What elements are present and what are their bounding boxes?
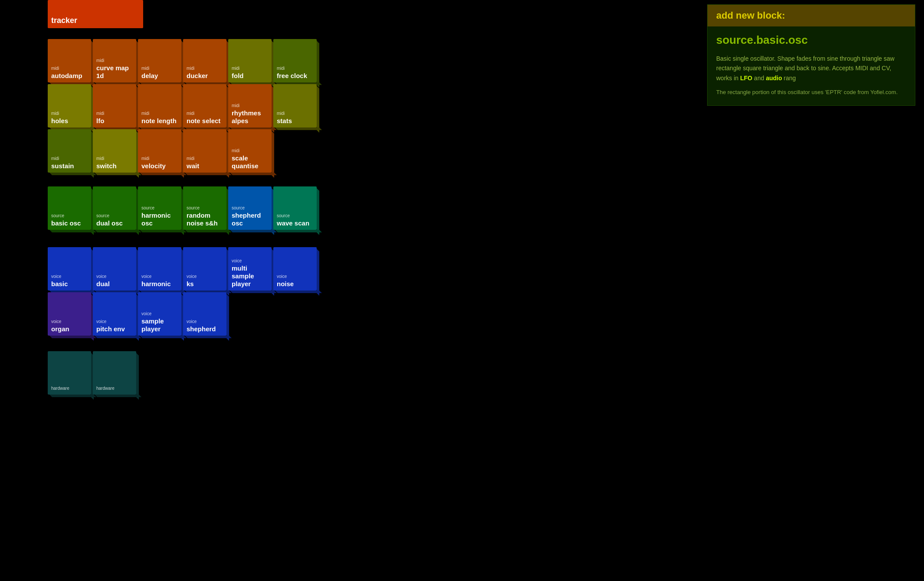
info-panel: add new block: source.basic.osc Basic si… [707,4,915,106]
block-hardware-2[interactable]: hardware [93,351,136,395]
info-panel-note: The rectangle portion of this oscillator… [716,88,906,97]
block-midi-fold[interactable]: midi fold [228,39,272,82]
block-midi-switch[interactable]: midi switch [93,129,136,173]
block-midi-autodamp[interactable]: midi autodamp [48,39,91,82]
block-midi-freeclock[interactable]: midi free clock [273,39,317,82]
midi-section: midi autodamp midi curve map 1d midi del… [48,39,360,173]
block-hardware-1[interactable]: hardware [48,351,91,395]
source-section: source basic osc source dual osc source … [48,186,317,230]
block-midi-lfo[interactable]: midi lfo [93,84,136,127]
info-panel-header: add new block: [708,5,915,26]
block-midi-holes[interactable]: midi holes [48,84,91,127]
block-source-wavescan[interactable]: source wave scan [273,186,317,230]
block-source-dualosc[interactable]: source dual osc [93,186,136,230]
block-source-shepherdosc[interactable]: source shepherd osc [228,186,272,230]
block-voice-basic[interactable]: voice basic [48,247,91,290]
block-midi-delay[interactable]: midi delay [138,39,181,82]
block-voice-harmonic[interactable]: voice harmonic [138,247,181,290]
info-panel-description: Basic single oscillator. Shape fades fro… [716,54,906,83]
block-midi-noteselect[interactable]: midi note select [183,84,226,127]
block-midi-stats[interactable]: midi stats [273,84,317,127]
block-midi-ducker[interactable]: midi ducker [183,39,226,82]
block-voice-ks[interactable]: voice ks [183,247,226,290]
block-midi-sustain[interactable]: midi sustain [48,129,91,173]
tracker-block[interactable]: tracker [48,0,143,28]
block-source-basicosc[interactable]: source basic osc [48,186,91,230]
block-voice-pitchenv[interactable]: voice pitch env [93,292,136,336]
block-midi-curvemap1d[interactable]: midi curve map 1d [93,39,136,82]
tracker-block-name: tracker [51,16,77,26]
block-voice-organ[interactable]: voice organ [48,292,91,336]
block-source-harmonicosc[interactable]: source harmonic osc [138,186,181,230]
block-voice-noise[interactable]: voice noise [273,247,317,290]
highlight-lfo: LFO [740,75,752,82]
info-panel-title: add new block: [716,10,906,21]
block-midi-rhythmesalpes[interactable]: midi rhythmes alpes [228,84,272,127]
hardware-section: hardware hardware [48,351,187,395]
block-midi-wait[interactable]: midi wait [183,129,226,173]
block-midi-notelength[interactable]: midi note length [138,84,181,127]
block-voice-sampleplayer[interactable]: voice sample player [138,292,181,336]
highlight-audio: audio [766,75,782,82]
block-midi-velocity[interactable]: midi velocity [138,129,181,173]
block-source-randomnoise[interactable]: source random noise s&h [183,186,226,230]
block-voice-dual[interactable]: voice dual [93,247,136,290]
voice-section: voice basic voice dual voice harmonic vo… [48,247,360,336]
block-voice-shepherd[interactable]: voice shepherd [183,292,226,336]
info-panel-subtitle: source.basic.osc [716,33,906,47]
block-midi-scalequantise[interactable]: midi scale quantise [228,129,272,173]
block-voice-multisample[interactable]: voice multi sample player [228,247,272,290]
